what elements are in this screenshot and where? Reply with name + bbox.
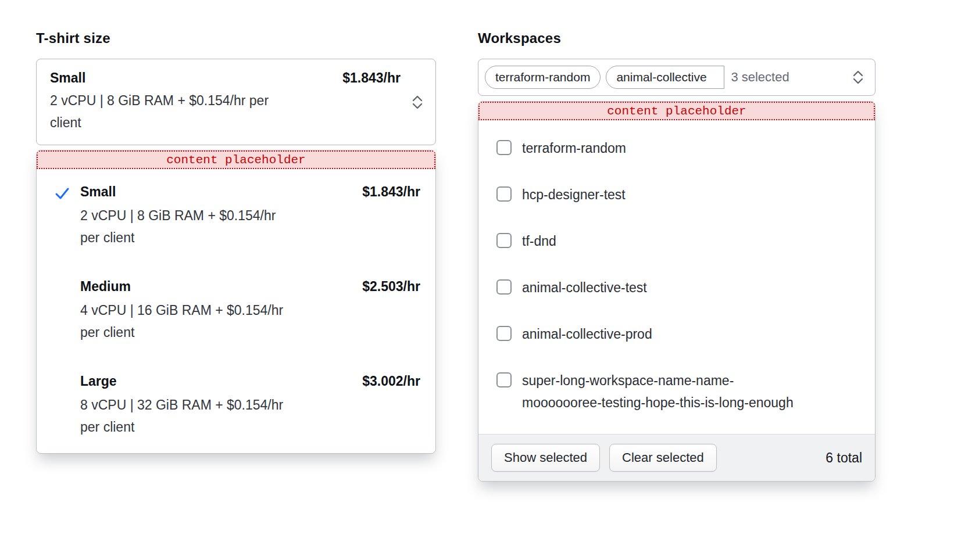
- workspace-option-label: tf-dnd: [522, 230, 556, 252]
- option-price: $1.843/hr: [362, 184, 420, 200]
- tshirt-option-large[interactable]: Large 8 vCPU | 32 GiB RAM + $0.154/hr pe…: [37, 358, 435, 453]
- workspace-checkbox[interactable]: [496, 279, 512, 295]
- workspace-tag-truncated[interactable]: animal-collective: [606, 66, 724, 89]
- chevron-up-down-icon: [852, 70, 864, 85]
- workspace-checkbox[interactable]: [496, 326, 512, 341]
- option-text: Large 8 vCPU | 32 GiB RAM + $0.154/hr pe…: [80, 374, 362, 438]
- option-name: Medium: [80, 279, 362, 295]
- tshirt-size-dropdown: content placeholder Small 2 vCPU | 8 GiB…: [36, 150, 436, 454]
- option-description: 2 vCPU | 8 GiB RAM + $0.154/hr per clien…: [80, 204, 292, 249]
- option-name: Small: [80, 184, 362, 200]
- option-name: Large: [80, 374, 362, 389]
- tshirt-option-small[interactable]: Small 2 vCPU | 8 GiB RAM + $0.154/hr per…: [37, 169, 435, 264]
- workspaces-select-trigger[interactable]: terraform-random animal-collective 3 sel…: [478, 59, 875, 96]
- check-slot-empty: [55, 374, 80, 375]
- check-icon: [55, 184, 80, 201]
- workspace-option-label: animal-collective-test: [522, 277, 647, 299]
- workspace-checkbox[interactable]: [496, 140, 512, 155]
- selected-option-name: Small: [50, 70, 85, 86]
- workspace-option[interactable]: super-long-workspace-name-name-moooooore…: [496, 357, 861, 426]
- content-placeholder: content placeholder: [478, 102, 875, 120]
- workspace-option[interactable]: hcp-designer-test: [496, 171, 861, 218]
- tshirt-size-section: T-shirt size Small $1.843/hr 2 vCPU | 8 …: [36, 30, 436, 454]
- option-text: Medium 4 vCPU | 16 GiB RAM + $0.154/hr p…: [80, 279, 362, 343]
- total-count: 6 total: [826, 450, 862, 466]
- workspace-tag[interactable]: terraform-random: [485, 66, 601, 89]
- workspace-option[interactable]: animal-collective-test: [496, 264, 861, 311]
- page: T-shirt size Small $1.843/hr 2 vCPU | 8 …: [0, 0, 972, 560]
- workspaces-label: Workspaces: [478, 30, 875, 46]
- workspace-option-label: terraform-random: [522, 137, 626, 159]
- workspace-option-label: hcp-designer-test: [522, 184, 626, 206]
- option-price: $3.002/hr: [362, 374, 420, 389]
- option-price: $2.503/hr: [362, 279, 420, 295]
- workspace-option-label: animal-collective-prod: [522, 323, 652, 345]
- workspace-checkbox[interactable]: [496, 186, 512, 202]
- workspaces-dropdown-footer: Show selected Clear selected 6 total: [478, 434, 875, 481]
- selected-option-description: 2 vCPU | 8 GiB RAM + $0.154/hr per clien…: [50, 89, 280, 134]
- workspace-checkbox[interactable]: [496, 233, 512, 248]
- clear-selected-button[interactable]: Clear selected: [609, 444, 717, 472]
- workspace-checkbox[interactable]: [496, 372, 512, 387]
- tshirt-size-label: T-shirt size: [36, 30, 436, 46]
- show-selected-button[interactable]: Show selected: [491, 444, 600, 472]
- workspace-option[interactable]: terraform-random: [496, 125, 861, 171]
- selected-option-row: Small $1.843/hr: [50, 70, 401, 86]
- workspace-option[interactable]: tf-dnd: [496, 218, 861, 264]
- option-description: 4 vCPU | 16 GiB RAM + $0.154/hr per clie…: [80, 299, 292, 343]
- check-slot-empty: [55, 279, 80, 281]
- chevron-up-down-icon: [411, 95, 424, 110]
- tshirt-size-select-trigger[interactable]: Small $1.843/hr 2 vCPU | 8 GiB RAM + $0.…: [36, 59, 436, 145]
- option-description: 8 vCPU | 32 GiB RAM + $0.154/hr per clie…: [80, 394, 292, 438]
- selected-count: 3 selected: [731, 70, 789, 85]
- selected-option-price: $1.843/hr: [342, 70, 401, 86]
- content-placeholder: content placeholder: [37, 150, 435, 169]
- tshirt-option-medium[interactable]: Medium 4 vCPU | 16 GiB RAM + $0.154/hr p…: [37, 264, 435, 358]
- workspaces-section: Workspaces terraform-random animal-colle…: [478, 30, 875, 482]
- workspaces-dropdown: content placeholder terraform-random hcp…: [478, 101, 875, 482]
- workspace-option-label: super-long-workspace-name-name-moooooore…: [522, 369, 798, 414]
- workspace-option-list: terraform-random hcp-designer-test tf-dn…: [478, 120, 875, 434]
- option-text: Small 2 vCPU | 8 GiB RAM + $0.154/hr per…: [80, 184, 362, 249]
- workspace-option[interactable]: animal-collective-prod: [496, 311, 861, 357]
